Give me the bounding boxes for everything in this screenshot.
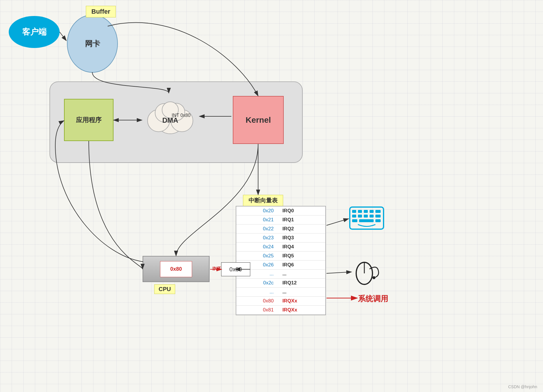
svg-rect-11	[370, 210, 374, 213]
svg-point-23	[372, 276, 375, 279]
watermark: CSDN @hnjohn	[508, 384, 537, 389]
svg-rect-17	[375, 215, 381, 218]
syscall-label: 系统调用	[358, 294, 388, 304]
ivt-title: 中断向量表	[243, 195, 283, 206]
svg-line-32	[326, 219, 349, 225]
svg-rect-8	[352, 210, 356, 213]
nic-node: 网卡	[67, 15, 118, 73]
keyboard-icon	[349, 206, 384, 230]
cpu-inner: 0x80	[160, 261, 192, 277]
mouse-icon	[352, 259, 381, 285]
svg-rect-15	[364, 215, 368, 218]
client-node: 客户端	[9, 16, 60, 48]
intr-box: 0x80	[221, 262, 250, 276]
svg-rect-9	[358, 210, 362, 213]
buffer-label: Buffer	[86, 6, 116, 17]
cpu-label: CPU	[154, 284, 175, 294]
diagram: 客户端 网卡 Buffer 应用程序 DMA Kernel	[0, 0, 543, 392]
svg-rect-10	[364, 210, 368, 213]
svg-line-27	[60, 32, 66, 41]
cpu-outer: 0x80	[143, 256, 210, 282]
svg-rect-18	[352, 219, 357, 222]
svg-rect-16	[370, 215, 374, 218]
svg-line-33	[326, 272, 352, 273]
app-node: 应用程序	[64, 99, 113, 141]
svg-rect-12	[375, 210, 381, 213]
svg-rect-19	[359, 219, 374, 222]
svg-rect-13	[352, 215, 356, 218]
kernel-node: Kernel	[233, 96, 284, 144]
svg-rect-14	[358, 215, 362, 218]
ivt-table: 0x20 IRQ0 0x21 IRQ1 0x22 IRQ2 0x23 IRQ3 …	[236, 206, 326, 315]
svg-rect-20	[375, 219, 381, 222]
int-label: INT 0x80	[172, 113, 191, 118]
